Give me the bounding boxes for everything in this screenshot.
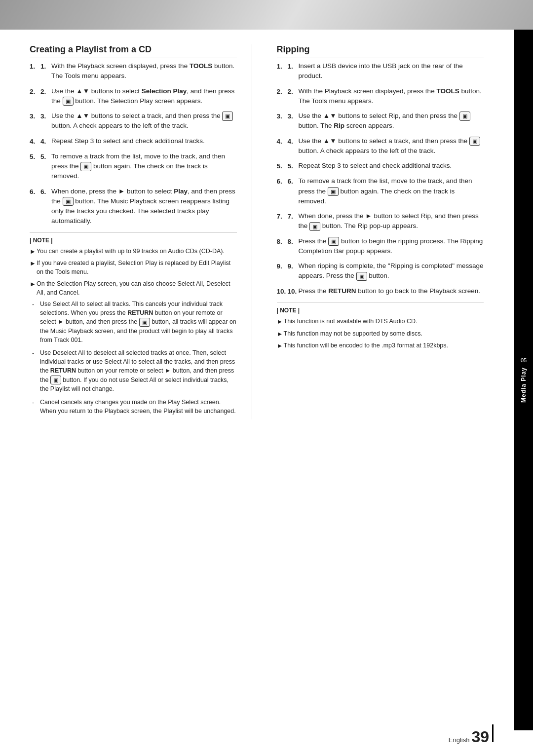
right-note-section: | NOTE | ► This function is not availabl…	[277, 302, 484, 351]
left-sub-item-1: - Use Select All to select all tracks. T…	[32, 300, 237, 344]
enter-icon-sub1: ▣	[139, 318, 150, 327]
left-steps-list: 1. With the Playback screen displayed, p…	[30, 61, 237, 227]
left-section-title: Creating a Playlist from a CD	[30, 44, 237, 58]
enter-icon-r3: ▣	[459, 112, 470, 120]
enter-icon-r8: ▣	[328, 237, 339, 246]
right-steps-list: 1. Insert a USB device into the USB jack…	[277, 61, 484, 297]
left-note-item-1: ► You can create a playlist with up to 9…	[30, 247, 237, 257]
enter-button-icon-3: ▣	[80, 162, 91, 171]
left-note-item-3: ► On the Selection Play screen, you can …	[30, 279, 237, 297]
left-step-1: 1. With the Playback screen displayed, p…	[30, 61, 237, 81]
left-column: Creating a Playlist from a CD 1. With th…	[30, 44, 252, 419]
left-note-item-2: ► If you have created a playlist, Select…	[30, 259, 237, 276]
enter-icon-r7: ▣	[309, 222, 320, 231]
right-note-item-3: ► This function will be encoded to the .…	[277, 341, 484, 351]
right-step-4: 4. Use the ▲▼ buttons to select a track,…	[277, 136, 484, 156]
enter-icon-r9: ▣	[356, 272, 367, 281]
right-step-3: 3. Use the ▲▼ buttons to select Rip, and…	[277, 111, 484, 131]
right-note-item-1: ► This function is not available with DT…	[277, 317, 484, 327]
left-step-3: 3. Use the ▲▼ buttons to select a track,…	[30, 111, 237, 131]
top-decorative-bar	[0, 0, 533, 30]
left-step-4: 4. Repeat Step 3 to select and check add…	[30, 136, 237, 147]
right-column: Ripping 1. Insert a USB device into the …	[272, 44, 484, 419]
chapter-label: Media Play	[520, 367, 527, 403]
footer-bar-decoration	[492, 724, 494, 742]
left-sub-bullets: - Use Select All to select all tracks. T…	[30, 300, 237, 416]
right-step-5: 5. Repeat Step 3 to select and check add…	[277, 161, 484, 171]
left-sub-item-3: - Cancel cancels any changes you made on…	[32, 398, 237, 416]
right-note-item-2: ► This function may not be supported by …	[277, 329, 484, 339]
right-step-9: 9. When ripping is complete, the "Rippin…	[277, 261, 484, 281]
right-step-8: 8. Press the ▣ button to begin the rippi…	[277, 236, 484, 257]
enter-button-icon: ▣	[63, 97, 74, 106]
enter-button-icon-4: ▣	[63, 197, 74, 206]
right-step-6: 6. To remove a track from the list, move…	[277, 176, 484, 206]
left-step-5: 5. To remove a track from the list, move…	[30, 151, 237, 182]
left-step-2: 2. Use the ▲▼ buttons to select Selectio…	[30, 86, 237, 107]
right-step-1: 1. Insert a USB device into the USB jack…	[277, 61, 484, 81]
right-step-7: 7. When done, press the ► button to sele…	[277, 211, 484, 231]
footer-page-number: 39	[471, 728, 489, 746]
two-column-layout: Creating a Playlist from a CD 1. With th…	[30, 44, 484, 419]
enter-button-icon-2: ▣	[222, 112, 233, 120]
right-note-label: | NOTE |	[277, 307, 484, 314]
chapter-sidebar: 05 Media Play	[514, 30, 533, 730]
right-step-10: 10. Press the RETURN button to go back t…	[277, 286, 484, 297]
right-step-2: 2. With the Playback screen displayed, p…	[277, 86, 484, 107]
left-note-section: | NOTE | ► You can create a playlist wit…	[30, 232, 237, 416]
enter-icon-r6: ▣	[328, 187, 339, 196]
enter-icon-sub2: ▣	[50, 376, 61, 384]
left-step-6: 6. When done, press the ► button to sele…	[30, 187, 237, 227]
footer-language: English	[449, 736, 470, 744]
right-section-title: Ripping	[277, 44, 484, 58]
left-note-label: | NOTE |	[30, 237, 237, 244]
main-content: Creating a Playlist from a CD 1. With th…	[0, 30, 533, 434]
left-sub-item-2: - Use Deselect All to deselect all selec…	[32, 348, 237, 393]
chapter-number: 05	[521, 357, 527, 363]
enter-icon-r4: ▣	[469, 137, 480, 146]
page-footer: English 39	[449, 724, 494, 746]
